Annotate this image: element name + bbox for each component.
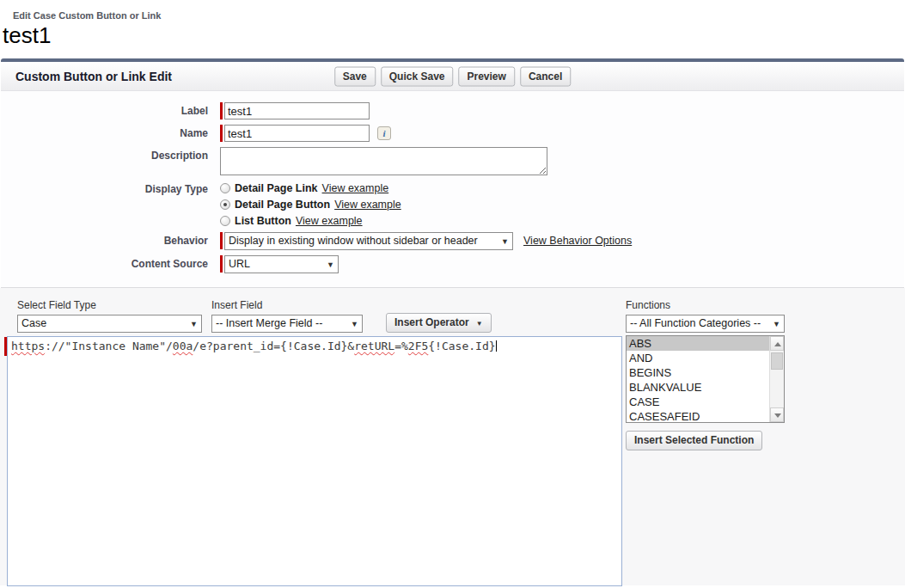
save-button[interactable]: Save xyxy=(334,66,376,86)
breadcrumb: Edit Case Custom Button or Link xyxy=(0,10,905,21)
radio-label: List Button xyxy=(235,215,291,227)
functions-listbox: ABS AND BEGINS BLANKVALUE CASE CASESAFEI… xyxy=(626,335,785,423)
view-example-link[interactable]: View example xyxy=(334,199,401,211)
page: Edit Case Custom Button or Link test1 Cu… xyxy=(0,0,905,588)
description-row: Description xyxy=(1,147,904,175)
formula-textarea[interactable]: https://"Instance Name"/00a/e?parent_id=… xyxy=(7,336,622,586)
radio-detail-page-link[interactable]: Detail Page Link View example xyxy=(220,182,401,194)
behavior-label: Behavior xyxy=(1,232,220,247)
name-input[interactable] xyxy=(224,125,370,142)
formula-token: =% xyxy=(394,340,408,352)
cancel-button[interactable]: Cancel xyxy=(520,66,571,86)
radio-label: Detail Page Button xyxy=(235,199,330,211)
scrollbar-track[interactable] xyxy=(770,351,784,407)
function-item[interactable]: CASESAFEID xyxy=(627,409,769,422)
function-item[interactable]: CASE xyxy=(627,395,769,409)
form-body: Label Name i Description xyxy=(1,91,904,288)
function-item[interactable]: BEGINS xyxy=(627,365,769,380)
insert-operator-button[interactable]: Insert Operator xyxy=(386,313,492,333)
info-icon[interactable]: i xyxy=(377,126,391,140)
formula-token: {!Case.Id} xyxy=(428,340,495,352)
view-example-link[interactable]: View example xyxy=(296,215,363,227)
behavior-select[interactable]: Display in existing window without sideb… xyxy=(224,232,513,250)
view-example-link[interactable]: View example xyxy=(322,182,389,194)
radio-list-button[interactable]: List Button View example xyxy=(220,215,401,227)
page-title: test1 xyxy=(0,22,905,49)
action-buttons: Save Quick Save Preview Cancel xyxy=(334,66,571,86)
display-type-label: Display Type xyxy=(1,181,220,195)
description-field-label: Description xyxy=(1,147,220,162)
required-bar xyxy=(220,255,223,273)
dropdown-arrow-icon xyxy=(469,316,483,328)
label-row: Label xyxy=(1,102,904,119)
formula-token: retURL xyxy=(354,340,394,352)
formula-token: 2F5 xyxy=(408,340,428,352)
radio-icon[interactable] xyxy=(220,183,230,193)
name-row: Name i xyxy=(1,125,904,142)
listbox-scrollbar xyxy=(769,336,784,422)
label-field-label: Label xyxy=(1,102,220,117)
required-bar xyxy=(220,232,223,249)
insert-field-label: Insert Field xyxy=(211,299,363,311)
functions-label: Functions xyxy=(626,299,785,311)
content-source-row: Content Source URL xyxy=(1,255,904,273)
insert-operator-group: Insert Operator xyxy=(386,313,492,333)
insert-operator-label: Insert Operator xyxy=(394,316,469,328)
display-type-options: Detail Page Link View example Detail Pag… xyxy=(220,181,401,227)
field-type-select[interactable]: Case xyxy=(17,315,202,333)
page-header: Edit Case Custom Button or Link test1 xyxy=(0,0,905,49)
section-header: Custom Button or Link Edit Save Quick Sa… xyxy=(1,62,904,91)
field-type-group: Select Field Type Case xyxy=(17,299,202,333)
formula-editor-section: Select Field Type Case Insert Field -- I… xyxy=(0,288,905,585)
function-item[interactable]: AND xyxy=(627,351,769,365)
quick-save-button[interactable]: Quick Save xyxy=(381,66,454,86)
function-category-select[interactable]: -- All Function Categories -- xyxy=(626,315,785,333)
formula-token: ://"Instance Name"/ xyxy=(45,340,173,352)
formula-token: 00a xyxy=(173,340,193,352)
formula-token: https xyxy=(11,340,45,352)
display-type-row: Display Type Detail Page Link View examp… xyxy=(1,181,904,227)
text-cursor xyxy=(496,340,497,352)
insert-field-group: Insert Field -- Insert Merge Field -- xyxy=(211,299,363,333)
content-source-select[interactable]: URL xyxy=(224,255,339,273)
function-item[interactable]: ABS xyxy=(627,336,769,351)
preview-button[interactable]: Preview xyxy=(459,66,515,86)
scrollbar-thumb[interactable] xyxy=(771,352,783,370)
content-source-label: Content Source xyxy=(1,255,220,270)
insert-field-select[interactable]: -- Insert Merge Field -- xyxy=(211,315,363,333)
radio-icon-checked[interactable] xyxy=(220,199,230,210)
description-textarea[interactable] xyxy=(220,147,547,175)
required-bar xyxy=(220,125,223,142)
label-input[interactable] xyxy=(224,102,370,119)
function-item[interactable]: BLANKVALUE xyxy=(627,380,769,395)
formula-token: /e?parent_id={!Case.Id}& xyxy=(193,340,354,352)
name-field-label: Name xyxy=(1,125,220,139)
functions-list: ABS AND BEGINS BLANKVALUE CASE CASESAFEI… xyxy=(627,336,769,422)
radio-detail-page-button[interactable]: Detail Page Button View example xyxy=(220,199,401,211)
edit-section: Custom Button or Link Edit Save Quick Sa… xyxy=(1,58,904,288)
scroll-up-icon[interactable] xyxy=(770,336,784,351)
functions-panel: Functions -- All Function Categories -- … xyxy=(626,299,785,450)
section-title: Custom Button or Link Edit xyxy=(1,70,172,83)
radio-icon[interactable] xyxy=(220,216,230,226)
insert-selected-function-button[interactable]: Insert Selected Function xyxy=(626,431,762,450)
view-behavior-options-link[interactable]: View Behavior Options xyxy=(523,235,632,247)
field-type-label: Select Field Type xyxy=(17,299,202,311)
behavior-row: Behavior Display in existing window with… xyxy=(1,232,904,250)
scroll-down-icon[interactable] xyxy=(770,407,784,422)
radio-label: Detail Page Link xyxy=(235,182,318,194)
required-bar xyxy=(220,102,223,119)
